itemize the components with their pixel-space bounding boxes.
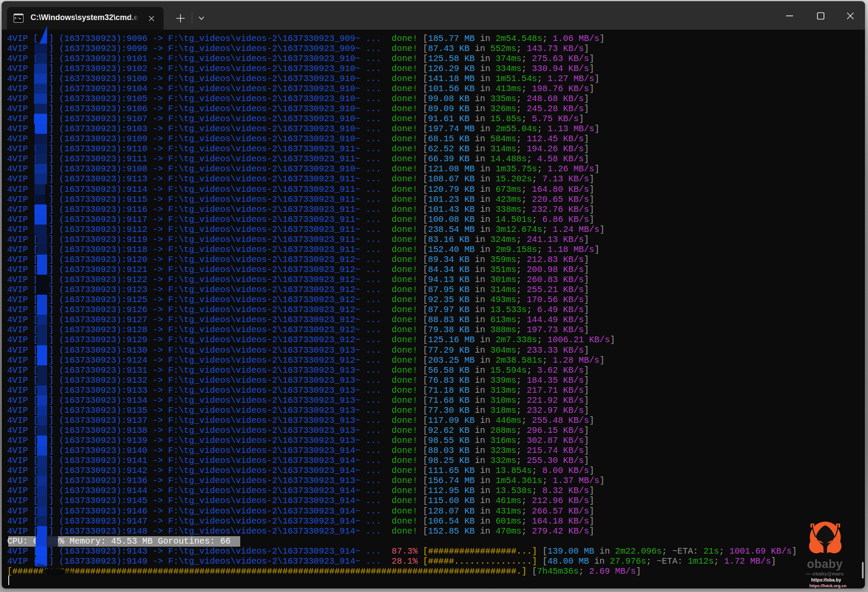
svg-text:C:\: C:\: [15, 17, 20, 20]
